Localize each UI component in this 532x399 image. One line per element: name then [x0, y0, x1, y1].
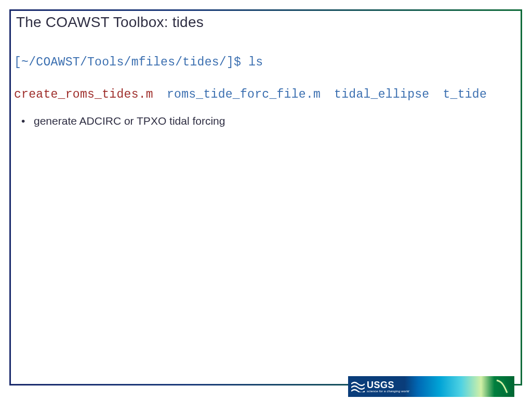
ls-output: create_roms_tides.mroms_tide_forc_file.m…: [14, 88, 487, 101]
bullet-list: generate ADCIRC or TPXO tidal forcing: [18, 115, 225, 127]
footer-logo-bar: USGS science for a changing world: [348, 376, 514, 397]
ls-file-t-tide: t_tide: [443, 88, 487, 101]
bullet-item: generate ADCIRC or TPXO tidal forcing: [18, 115, 225, 127]
ls-file-create-roms-tides: create_roms_tides.m: [14, 88, 153, 101]
ls-file-tidal-ellipse: tidal_ellipse: [334, 88, 429, 101]
usgs-text-block: USGS science for a changing world: [367, 380, 409, 393]
usgs-name: USGS: [367, 380, 409, 390]
usgs-wave-icon: [351, 381, 365, 392]
terminal-prompt: [~/COAWST/Tools/mfiles/tides/]$ ls: [14, 56, 263, 69]
usgs-logo: USGS science for a changing world: [348, 376, 409, 397]
slide-stage: The COAWST Toolbox: tides [~/COAWST/Tool…: [0, 0, 532, 399]
florida-icon: [494, 377, 512, 396]
slide-title: The COAWST Toolbox: tides: [16, 14, 204, 31]
slide-frame: The COAWST Toolbox: tides [~/COAWST/Tool…: [9, 9, 522, 385]
ls-file-roms-tide-forc: roms_tide_forc_file.m: [167, 88, 321, 101]
usgs-tagline: science for a changing world: [367, 390, 409, 393]
